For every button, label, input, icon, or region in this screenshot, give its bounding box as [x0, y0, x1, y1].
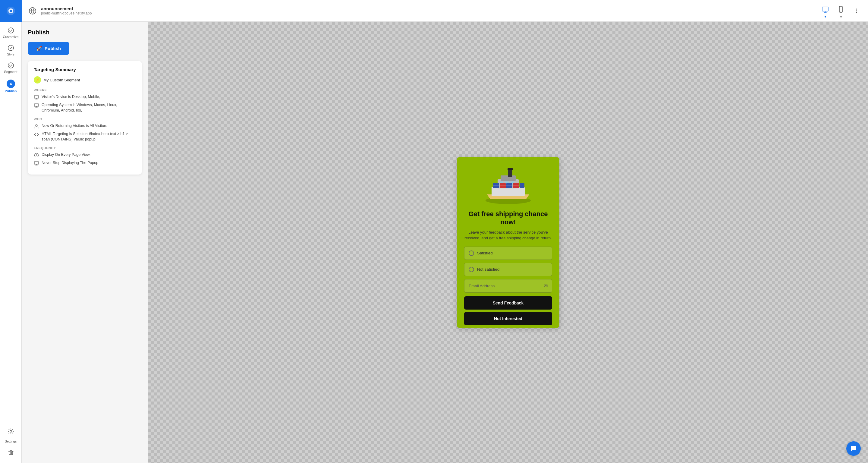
svg-rect-7	[9, 451, 13, 455]
sidebar-item-label: Customize	[3, 35, 19, 38]
radio-label-satisfied: Satisfied	[477, 251, 493, 255]
segment-name: My Custom Segment	[43, 78, 80, 82]
monitor-icon-freq	[34, 161, 39, 166]
svg-point-3	[8, 28, 13, 33]
svg-point-11	[841, 11, 841, 11]
rocket-icon: 🚀	[36, 45, 42, 51]
sidebar-item-customize[interactable]: Customize	[0, 24, 22, 41]
sidebar-item-label-style: Style	[7, 53, 14, 56]
check-icon-style	[7, 44, 14, 51]
svg-point-13	[856, 10, 857, 11]
sidebar-badge-publish: 4	[7, 80, 15, 88]
left-panel: Publish 🚀 Publish Targeting Summary ⚡ My…	[22, 22, 148, 463]
who-label: WHO	[34, 117, 136, 121]
frequency-label: FREQUENCY	[34, 146, 136, 150]
sidebar-nav: Customize Style Segment 4 Publish	[0, 22, 22, 426]
svg-point-4	[8, 45, 13, 51]
check-icon	[7, 27, 14, 34]
main: announcement poetic-muffin-cbc3ee.netlif…	[22, 0, 868, 463]
svg-point-12	[856, 8, 857, 9]
targeting-item-html: HTML Targeting is Selector: #index-hero-…	[34, 131, 136, 142]
radio-label-not-satisfied: Not satisfied	[477, 267, 499, 272]
popup-option-satisfied[interactable]: Satisfied	[464, 247, 552, 260]
sidebar-item-label-publish: Publish	[5, 89, 17, 93]
code-icon	[34, 132, 39, 137]
svg-point-2	[10, 10, 12, 12]
svg-rect-9	[822, 7, 828, 11]
chat-bubble-button[interactable]	[846, 441, 861, 456]
send-feedback-button[interactable]: Send Feedback	[464, 296, 552, 310]
targeting-item-text-os: Operating System is Windows, Macos, Linu…	[41, 102, 136, 113]
sidebar: Customize Style Segment 4 Publish	[0, 0, 22, 463]
sidebar-item-segment[interactable]: Segment	[0, 59, 22, 76]
popup-body: Get free shipping chance now! Leave your…	[457, 210, 559, 325]
sidebar-settings[interactable]	[5, 426, 17, 437]
svg-rect-15	[34, 96, 38, 98]
svg-point-14	[856, 12, 857, 13]
header: announcement poetic-muffin-cbc3ee.netlif…	[22, 0, 868, 22]
email-placeholder: Email Address	[469, 284, 495, 288]
header-title: announcement	[41, 6, 816, 11]
panel-title: Publish	[28, 29, 142, 36]
content: Publish 🚀 Publish Targeting Summary ⚡ My…	[22, 22, 868, 463]
targeting-item: Visitor's Device is Desktop, Mobile,	[34, 94, 136, 100]
targeting-item-text: Visitor's Device is Desktop, Mobile,	[41, 94, 100, 100]
targeting-item-text-visitor: New Or Returning Visitors is All Visitor…	[41, 123, 107, 129]
header-subtitle: poetic-muffin-cbc3ee.netlify.app	[41, 11, 816, 16]
popup-option-not-satisfied[interactable]: Not satisfied	[464, 263, 552, 276]
svg-rect-33	[520, 183, 524, 188]
svg-point-17	[36, 124, 37, 126]
sidebar-item-publish[interactable]: 4 Publish	[0, 76, 22, 96]
svg-point-5	[8, 63, 13, 68]
where-label: WHERE	[34, 88, 136, 92]
targeting-item-text-html: HTML Targeting is Selector: #index-hero-…	[41, 131, 136, 142]
mobile-device-btn[interactable]	[835, 4, 846, 15]
sidebar-bottom: Settings	[5, 426, 17, 463]
sidebar-trash[interactable]	[5, 447, 17, 458]
popup-subtext: Leave your feedback about the service yo…	[464, 229, 552, 241]
desktop-device-btn[interactable]	[820, 4, 831, 15]
segment-icon: ⚡	[34, 76, 41, 84]
popup-ship-container	[457, 157, 559, 210]
sidebar-item-style[interactable]: Style	[0, 41, 22, 59]
popup-footer	[457, 325, 559, 328]
email-icon: ✉	[544, 283, 548, 289]
clock-icon	[34, 153, 39, 158]
globe-icon	[28, 6, 37, 16]
svg-rect-19	[34, 161, 38, 164]
targeting-item-visitor: New Or Returning Visitors is All Visitor…	[34, 123, 136, 129]
settings-label: Settings	[5, 439, 17, 443]
targeting-item-os: Operating System is Windows, Macos, Linu…	[34, 102, 136, 113]
more-options-btn[interactable]	[851, 5, 862, 16]
preview-frame: Get free shipping chance now! Leave your…	[403, 152, 614, 333]
sidebar-item-label-segment: Segment	[4, 70, 17, 73]
header-title-group: announcement poetic-muffin-cbc3ee.netlif…	[41, 6, 816, 16]
popup-email-field[interactable]: Email Address ✉	[464, 279, 552, 293]
popup-card: Get free shipping chance now! Leave your…	[457, 157, 559, 328]
mobile-dot	[840, 16, 842, 18]
app-logo[interactable]	[0, 0, 22, 22]
preview-area: Get free shipping chance now! Leave your…	[148, 22, 868, 463]
check-icon-segment	[7, 62, 14, 69]
targeting-item-freq2: Never Stop Displaying The Popup	[34, 160, 136, 166]
publish-button[interactable]: 🚀 Publish	[28, 42, 69, 55]
not-interested-button[interactable]: Not Interested	[464, 312, 552, 325]
targeting-card-title: Targeting Summary	[34, 67, 136, 72]
popup-heading: Get free shipping chance now!	[464, 210, 552, 226]
person-icon	[34, 124, 39, 129]
radio-satisfied	[469, 250, 474, 256]
targeting-item-text-freq2: Never Stop Displaying The Popup	[41, 160, 98, 166]
radio-not-satisfied	[469, 267, 474, 272]
desktop-active-dot	[825, 16, 826, 18]
monitor-icon	[34, 95, 39, 100]
monitor-icon-os	[34, 103, 39, 108]
svg-rect-25	[507, 168, 513, 170]
header-actions	[820, 4, 862, 18]
svg-rect-24	[508, 169, 513, 177]
targeting-item-freq1: Display On Every Page View.	[34, 152, 136, 158]
svg-rect-16	[34, 104, 38, 106]
segment-badge: ⚡ My Custom Segment	[34, 76, 136, 84]
svg-point-6	[10, 430, 12, 432]
targeting-card: Targeting Summary ⚡ My Custom Segment WH…	[28, 61, 142, 175]
targeting-item-text-freq1: Display On Every Page View.	[41, 152, 90, 158]
